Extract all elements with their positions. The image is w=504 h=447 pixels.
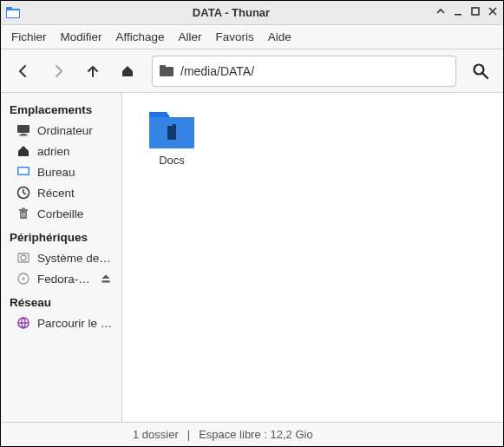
folder-item[interactable]: Docs (133, 103, 211, 170)
sidebar-item-label: Bureau (37, 166, 113, 179)
sidebar-item-trash[interactable]: Corbeille (4, 203, 118, 224)
sidebar-item-home[interactable]: adrien (4, 141, 118, 161)
network-icon (16, 316, 30, 330)
location-bar[interactable] (152, 56, 456, 87)
search-button[interactable] (465, 56, 496, 87)
menu-view[interactable]: Affichage (116, 30, 165, 43)
menubar: Fichier Modifier Affichage Aller Favoris… (1, 25, 503, 49)
sidebar-item-browse-network[interactable]: Parcourir le … (4, 312, 118, 333)
svg-rect-2 (7, 10, 19, 17)
maximize-button[interactable] (470, 6, 481, 19)
file-view[interactable]: Docs (122, 93, 503, 422)
sidebar-item-recent[interactable]: Récent (4, 182, 118, 203)
file-name: Docs (159, 154, 185, 167)
path-input[interactable] (180, 64, 448, 78)
svg-rect-16 (22, 208, 25, 210)
monitor-icon (16, 123, 30, 137)
trash-icon (16, 207, 30, 220)
folder-icon (160, 64, 173, 78)
status-separator: | (187, 428, 190, 441)
status-item-count: 1 dossier (133, 428, 179, 441)
window-controls (435, 6, 498, 19)
svg-rect-8 (17, 125, 29, 133)
desktop-icon (16, 165, 30, 179)
eject-icon[interactable] (99, 272, 113, 286)
svg-rect-10 (19, 135, 28, 136)
sidebar-item-label: Récent (37, 187, 113, 200)
sidebar-item-label: Corbeille (37, 207, 113, 220)
sidebar-item-label: Ordinateur (37, 124, 113, 137)
sidebar-item-label: adrien (37, 145, 113, 158)
folder-icon (147, 107, 196, 150)
titlebar[interactable]: DATA - Thunar (1, 1, 503, 25)
devices-heading: Périphériques (4, 227, 118, 247)
content-area: Emplacements Ordinateur adrien Bureau Ré… (1, 93, 503, 422)
disk-icon (16, 251, 30, 265)
sidebar: Emplacements Ordinateur adrien Bureau Ré… (1, 93, 122, 422)
menu-edit[interactable]: Modifier (61, 30, 102, 43)
clock-icon (16, 186, 30, 200)
svg-rect-3 (455, 14, 461, 16)
svg-rect-21 (101, 280, 109, 282)
svg-rect-6 (160, 65, 166, 69)
home-icon (16, 144, 30, 158)
menu-go[interactable]: Aller (179, 30, 202, 43)
home-button[interactable] (112, 56, 143, 87)
svg-rect-9 (21, 134, 26, 135)
menu-favorites[interactable]: Favoris (216, 30, 254, 43)
svg-rect-4 (472, 8, 479, 15)
svg-point-18 (21, 255, 26, 260)
window-title: DATA - Thunar (27, 6, 435, 19)
svg-rect-12 (19, 168, 29, 174)
toolbar (1, 49, 503, 93)
close-button[interactable] (488, 6, 498, 19)
sidebar-item-system-disk[interactable]: Système de … (4, 247, 118, 268)
network-heading: Réseau (4, 293, 118, 312)
sidebar-item-label: Fedora-S-… (37, 273, 92, 286)
svg-point-20 (23, 278, 25, 280)
file-manager-window: DATA - Thunar Fichier Modifier Affichage… (0, 0, 504, 447)
back-button[interactable] (8, 56, 39, 87)
sidebar-item-removable[interactable]: Fedora-S-… (4, 268, 118, 289)
forward-button[interactable] (43, 56, 74, 87)
sidebar-item-label: Parcourir le … (37, 317, 113, 330)
sidebar-item-computer[interactable]: Ordinateur (4, 120, 118, 141)
keep-above-button[interactable] (435, 6, 446, 19)
svg-rect-1 (6, 7, 12, 10)
sidebar-item-label: Système de … (37, 252, 113, 265)
minimize-button[interactable] (453, 6, 463, 19)
sidebar-item-desktop[interactable]: Bureau (4, 161, 118, 182)
app-icon (6, 6, 20, 20)
up-button[interactable] (77, 56, 108, 87)
menu-help[interactable]: Aide (268, 30, 291, 43)
cd-icon (16, 272, 30, 286)
menu-file[interactable]: Fichier (11, 30, 47, 43)
places-heading: Emplacements (4, 100, 118, 120)
status-free-space: Espace libre : 12,2 Gio (199, 428, 313, 441)
statusbar: 1 dossier | Espace libre : 12,2 Gio (1, 422, 503, 446)
